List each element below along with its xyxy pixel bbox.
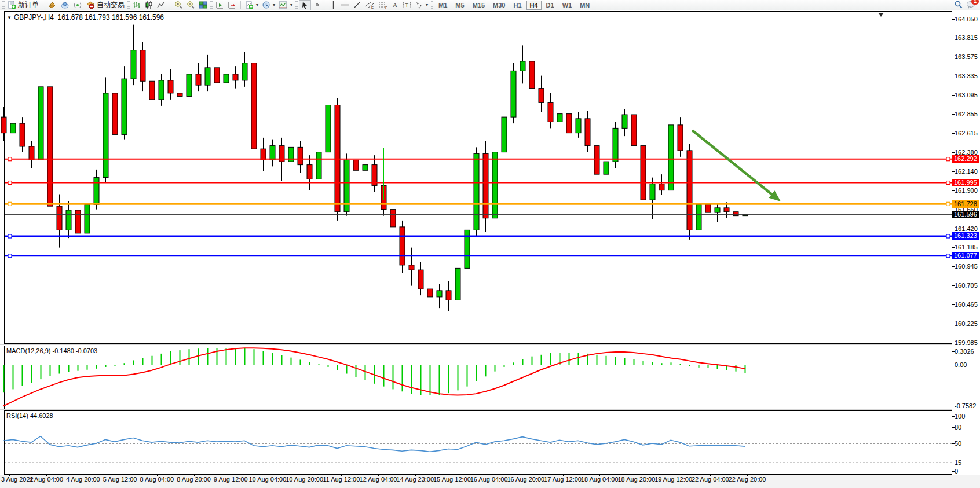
price-tick-label: 163.815 — [955, 34, 978, 41]
price-tick-label: 160.945 — [955, 263, 978, 270]
rsi-series — [3, 427, 952, 463]
chart-header: ▼GBPJPY-,H4 161.678 161.793 161.596 161.… — [7, 13, 164, 21]
macd-series — [3, 348, 745, 406]
price-tick-label: 163.095 — [955, 91, 978, 98]
collapse-arrow-icon[interactable]: ▼ — [7, 15, 12, 20]
chart-canvas[interactable] — [0, 0, 980, 488]
price-tick-label: 162.380 — [955, 149, 978, 156]
price-tick-label: 162.615 — [955, 130, 978, 137]
price-tick-label: 161.420 — [955, 225, 978, 232]
rsi-line — [3, 436, 745, 452]
macd-tick-label: -0.7582 — [955, 402, 976, 409]
chart-symbol: GBPJPY-,H4 — [14, 13, 54, 21]
price-level-badge: 161.995 — [952, 179, 979, 186]
chart-shift-marker-icon[interactable] — [878, 13, 884, 17]
chart-ohlc: 161.678 161.793 161.596 161.596 — [58, 13, 164, 21]
price-tick-label: 161.185 — [955, 244, 978, 251]
price-tick-label: 162.140 — [955, 168, 978, 175]
price-tick-label: 160.225 — [955, 320, 978, 327]
time-axis[interactable]: 3 Aug 20224 Aug 04:004 Aug 20:005 Aug 12… — [0, 475, 980, 488]
rsi-tick-label: 50 — [955, 440, 961, 447]
price-tick-label: 163.575 — [955, 53, 978, 60]
macd-indicator-label: MACD(12,26,9) -0.1480 -0.0703 — [6, 347, 97, 354]
time-tick-label: 22 Aug 20:00 — [721, 476, 773, 483]
price-level-badge: 161.728 — [952, 200, 979, 208]
mt4-window: 新订单 自动交易 — [0, 0, 980, 488]
macd-tick-label: 0.00 — [955, 361, 967, 368]
price-tick-label: 159.985 — [955, 339, 978, 346]
price-tick-label: 164.050 — [955, 16, 978, 23]
rsi-tick-label: 100 — [955, 413, 965, 420]
price-tick-label: 161.900 — [955, 187, 978, 194]
rsi-tick-label: 80 — [955, 424, 961, 431]
rsi-tick-label: 15 — [955, 459, 961, 466]
candles — [1, 25, 748, 311]
price-tick-label: 160.465 — [955, 301, 978, 308]
rsi-tick-label: 0 — [955, 468, 958, 475]
price-axis[interactable]: 164.050163.815163.575163.335163.095162.8… — [952, 11, 980, 475]
price-tick-label: 160.705 — [955, 282, 978, 289]
price-tick-label: 162.855 — [955, 111, 978, 118]
rsi-indicator-label: RSI(14) 44.6028 — [6, 412, 53, 419]
green-arrow-object — [692, 130, 781, 201]
price-level-badge: 161.596 — [952, 211, 979, 218]
price-tick-label: 163.335 — [955, 72, 978, 79]
price-level-badge: 162.292 — [952, 155, 979, 163]
price-level-badge: 161.077 — [952, 252, 979, 259]
macd-tick-label: 0.3026 — [955, 348, 974, 355]
price-level-badge: 161.323 — [952, 232, 979, 240]
